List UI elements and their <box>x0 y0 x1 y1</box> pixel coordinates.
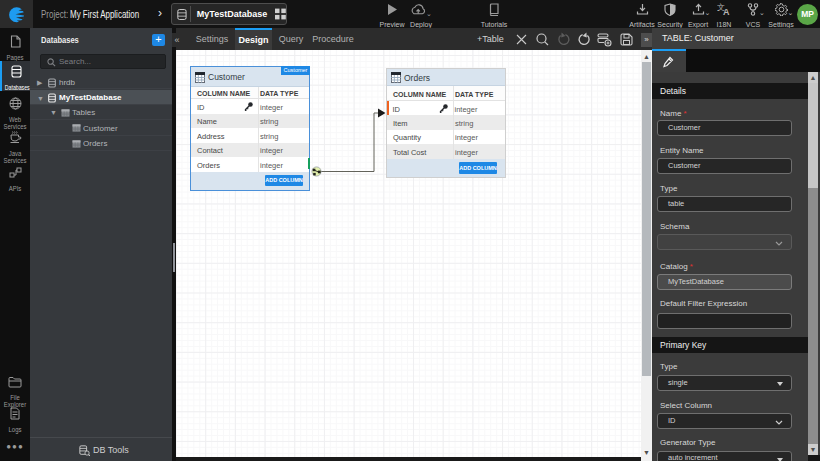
svg-text:A: A <box>723 7 730 16</box>
